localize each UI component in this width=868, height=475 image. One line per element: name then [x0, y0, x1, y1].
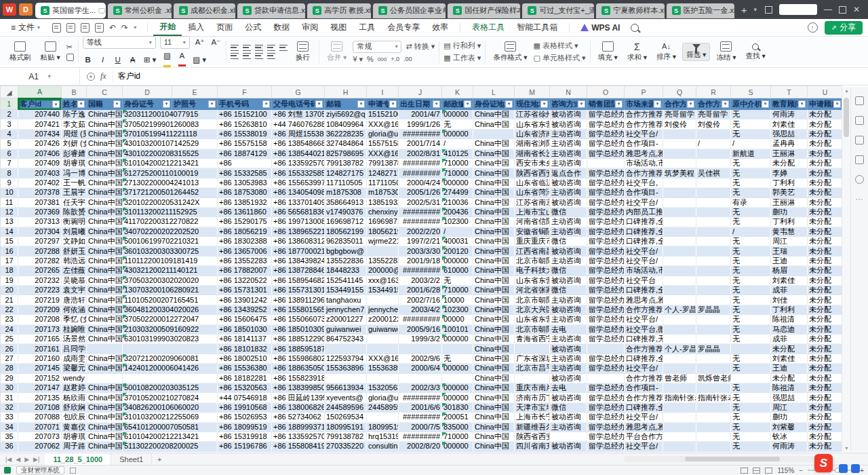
cell[interactable]: 未分配 — [808, 139, 843, 149]
cell[interactable]: 1999/3/2 — [399, 334, 442, 343]
cell[interactable]: chenxinyur — [367, 207, 399, 216]
cell[interactable]: 凯烁曾老师 — [696, 373, 731, 383]
cell[interactable]: / — [442, 139, 473, 149]
cell[interactable]: 去电 — [550, 324, 587, 334]
cell[interactable]: ######### — [399, 432, 442, 441]
cell[interactable]: +86 15598680231 — [272, 354, 325, 363]
select-all-corner[interactable]: ◢ — [1, 86, 18, 98]
cell[interactable]: 胡睿琪 (女 — [62, 432, 87, 441]
cell[interactable]: 留学总经办 — [587, 305, 625, 314]
cell[interactable]: 000000 — [442, 129, 473, 138]
currency-button[interactable]: ¥ ▾ — [353, 55, 363, 64]
cell[interactable] — [367, 373, 399, 383]
cell[interactable]: +86 1877000215 — [272, 246, 325, 256]
cell-header[interactable]: 护照号▼ — [172, 98, 218, 110]
cell[interactable]: 合作项目- — [625, 188, 663, 197]
cell[interactable]: 000000 — [442, 178, 473, 187]
cell[interactable]: +86 15320563 — [218, 383, 272, 392]
cell[interactable] — [696, 246, 731, 256]
cell[interactable] — [325, 373, 367, 383]
cell-header[interactable]: 申请顾问▼ — [808, 98, 843, 110]
cell[interactable]: 北京大兴区 — [515, 305, 550, 314]
column-header-M[interactable]: M — [515, 86, 550, 98]
cell[interactable]: 200120 — [442, 246, 473, 256]
cell[interactable]: +86 刘慧 137052 — [272, 110, 325, 119]
cell[interactable]: 320721200209060081 — [123, 354, 218, 363]
cell-header[interactable]: 合作方公▼ — [663, 98, 696, 110]
cell[interactable]: +86 13611860 — [218, 207, 272, 216]
cell[interactable]: 未分配 — [808, 178, 843, 187]
cell[interactable]: 衡琬明 (女 — [62, 217, 87, 227]
cell[interactable]: 无 — [731, 237, 771, 246]
cell[interactable] — [696, 354, 731, 363]
cell[interactable]: 主动咨询 — [550, 188, 587, 197]
cell[interactable]: 留学总经办 — [587, 402, 625, 412]
cell[interactable]: 蒯玏 — [771, 207, 808, 216]
cell[interactable]: 返点合作 — [550, 168, 587, 178]
cell[interactable]: 未分配 — [808, 442, 843, 451]
clipboard-icon[interactable] — [855, 155, 864, 164]
cell[interactable]: 2001/7/14 — [399, 139, 442, 149]
cell[interactable]: ######### — [399, 393, 442, 402]
cell[interactable]: China中国 — [473, 266, 515, 276]
cell[interactable]: 835000 — [442, 422, 473, 432]
cell[interactable]: 留学总经办 — [587, 422, 625, 432]
document-tab[interactable]: S可过_支付宝+_滴滴 — [522, 3, 594, 18]
cell[interactable]: 2002/8/31 — [399, 149, 442, 158]
filter-button[interactable]: 筛选 ▾ — [682, 43, 710, 61]
cell[interactable]: 169698712 — [367, 217, 399, 227]
row-header[interactable]: 19 — [1, 276, 18, 285]
cell[interactable]: 黄嘉仪 (女 — [62, 422, 87, 432]
cell[interactable]: 刘紫馨 — [771, 422, 808, 432]
cell[interactable]: xxx@163.c — [367, 276, 399, 285]
cell[interactable]: 无 — [731, 188, 771, 197]
cell[interactable]: 未分配 — [808, 197, 843, 207]
cell[interactable]: 杨欣雨 (女 — [62, 393, 87, 402]
cell[interactable]: 130703200106280921 — [123, 286, 218, 295]
cell[interactable]: 江西省南昌 — [515, 246, 550, 256]
cell[interactable] — [663, 207, 696, 216]
cell[interactable]: 合作方推荐 — [625, 168, 663, 178]
menu-item-2[interactable]: 页面 — [210, 20, 239, 35]
cell[interactable]: 207313 — [18, 217, 62, 227]
menu-item-7[interactable]: 工具 — [353, 20, 381, 35]
cell[interactable]: 未分配 — [808, 432, 843, 441]
row-header[interactable]: 11 — [1, 197, 18, 207]
cell[interactable]: 主动咨询 — [550, 217, 587, 227]
cell[interactable]: / — [731, 139, 771, 149]
wps-floating-logo[interactable]: S — [814, 454, 833, 472]
row-header[interactable]: 4 — [1, 129, 18, 138]
cell[interactable]: 内部员工推 — [625, 207, 663, 216]
cell[interactable]: 400031 — [442, 237, 473, 246]
cell[interactable]: ######### — [399, 129, 442, 138]
cell[interactable] — [663, 266, 696, 276]
column-header-L[interactable]: L — [473, 86, 515, 98]
prev-sheet-icon[interactable]: ◀ — [16, 456, 20, 463]
cell[interactable]: 无 — [731, 110, 771, 119]
menu-item-1[interactable]: 插入 — [182, 20, 210, 35]
column-header-O[interactable]: O — [587, 86, 625, 98]
cell[interactable]: 个人-罗晶 — [663, 305, 696, 314]
menu-item-8[interactable]: 会员专享 — [381, 20, 426, 35]
cell[interactable]: 主动咨询 — [550, 139, 587, 149]
cell[interactable] — [696, 129, 731, 138]
cell[interactable]: 北京市朝阳 — [515, 256, 550, 265]
cell[interactable]: 主动咨询 — [550, 422, 587, 432]
row-header[interactable]: 25 — [1, 334, 18, 343]
cell[interactable] — [663, 354, 696, 363]
cell[interactable]: 430103200107142529 — [123, 139, 218, 149]
cell[interactable]: 000000 — [442, 393, 473, 402]
cell[interactable]: 留学总经办 — [587, 442, 625, 451]
maximize-button[interactable] — [839, 6, 846, 14]
fill-color-button[interactable]: ▨ — [161, 51, 172, 69]
cell[interactable]: 未分配 — [808, 402, 843, 412]
menu-item-9[interactable]: 效率 — [426, 20, 454, 35]
cell[interactable]: 社交平台/ — [625, 256, 663, 265]
cell[interactable] — [663, 158, 696, 168]
cell[interactable]: 2001/6/28 — [399, 286, 442, 295]
cell[interactable]: 未分配 — [808, 413, 843, 422]
cell[interactable]: / — [696, 139, 731, 149]
table-style-button[interactable]: ▦ 表格样式 ▾ — [534, 41, 586, 51]
cell[interactable]: China中国 — [87, 276, 123, 285]
cell[interactable]: 包欣辰 (女 — [62, 413, 87, 422]
